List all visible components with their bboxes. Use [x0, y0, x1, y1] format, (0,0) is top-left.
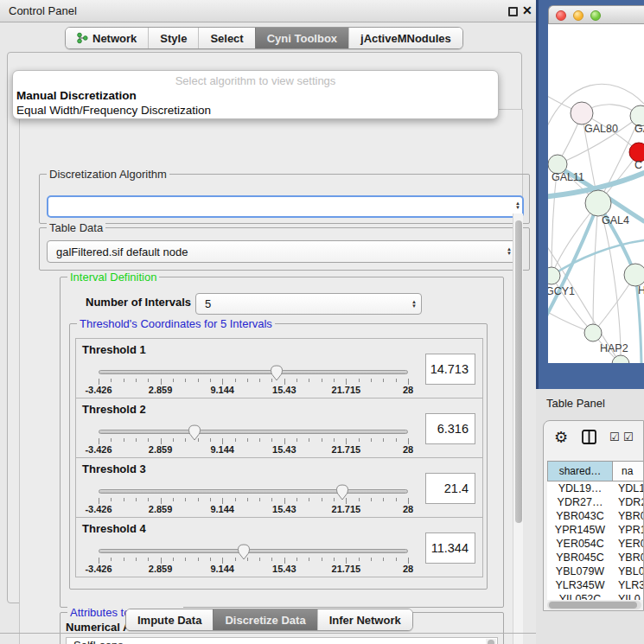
algorithm-option-equal-width[interactable]: Equal Width/Frequency Discretization [16, 104, 211, 117]
table-row[interactable]: YDL19…YDL1 [547, 481, 644, 495]
tab-cyni-toolbox[interactable]: Cyni Toolbox [255, 28, 348, 48]
checkbox-icon[interactable]: ☑ [609, 430, 620, 443]
tab-style[interactable]: Style [148, 28, 198, 48]
threshold-slider-track[interactable] [99, 489, 408, 494]
threshold-label: Threshold 3 [82, 462, 146, 475]
threshold-slider-track[interactable] [99, 370, 408, 374]
network-node-label: C [634, 159, 642, 171]
table-data-group: Table Data galFiltered.sif default node … [39, 227, 530, 271]
algorithm-combobox[interactable]: ▲▼ [47, 195, 524, 218]
table-row[interactable]: YBR045CYBR0 [547, 551, 644, 564]
table-panel: ⚙ ☑ ☑ shared… na YDL19…YDL1YDR27…YDR2YBR… [543, 420, 644, 611]
settings-scrollbar-thumb[interactable] [515, 220, 522, 523]
gear-icon[interactable]: ⚙ [554, 428, 568, 447]
top-tab-bar: NetworkStyleSelectCyni ToolboxjActiveMNo… [65, 27, 463, 49]
slider-tick-labels: -3.4262.8599.14415.4321.71528 [99, 564, 408, 574]
algorithm-dropdown-popup: Select algorithm to view settings Manual… [12, 70, 499, 119]
discretization-algorithm-title: Discretization Algorithm [47, 168, 169, 181]
threshold-slider-track[interactable] [99, 430, 408, 434]
table-panel-title: Table Panel [546, 397, 605, 410]
cell-shared-name: YBR043C [547, 509, 613, 523]
thresholds-group: Threshold's Coordinates for 5 Intervals … [69, 323, 488, 590]
network-node[interactable] [571, 102, 593, 124]
threshold-label: Threshold 1 [82, 343, 146, 356]
cell-shared-name: YDR27… [547, 495, 613, 509]
slider-tick-labels: -3.4262.8599.14415.4321.71528 [99, 444, 408, 455]
checkbox-icon[interactable]: ☑ [623, 430, 634, 443]
tab-label: Infer Network [329, 614, 401, 627]
threshold-slider-track[interactable] [99, 549, 408, 553]
algorithm-option-manual[interactable]: Manual Discretization [16, 89, 137, 102]
cell-shared-name: YER054C [547, 537, 613, 551]
cell-shared-name: YIL052C [547, 592, 613, 600]
threshold-value-field[interactable] [425, 413, 475, 444]
table-row[interactable]: YBR043CYBR0 [547, 509, 644, 523]
slider-tick-labels: -3.4262.8599.14415.4321.71528 [99, 385, 408, 395]
cell-name: YER0 [613, 537, 644, 551]
threshold-value-field[interactable] [425, 473, 475, 504]
table-data-combobox-value: galFiltered.sif default node [48, 245, 502, 258]
threshold-value-field[interactable] [425, 354, 475, 385]
minimize-traffic-light-icon[interactable] [573, 10, 583, 21]
network-node[interactable] [585, 190, 611, 216]
slider-ticks [99, 379, 408, 385]
cell-name: YLR3 [613, 578, 644, 592]
window-bottom-border [0, 633, 536, 634]
columns-icon[interactable] [582, 430, 596, 448]
table-row[interactable]: YIL052CYIL0 [547, 592, 644, 600]
column-header-shared-name[interactable]: shared… [547, 461, 613, 481]
threshold-value-field[interactable] [425, 532, 475, 564]
column-header-name[interactable]: na [613, 461, 644, 481]
tab-impute-data[interactable]: Impute Data [126, 609, 213, 630]
network-node-label: GCY1 [548, 285, 575, 297]
interval-definition-group: Interval Definition Number of Intervals … [60, 277, 504, 608]
number-of-intervals-combobox[interactable]: 5 ▲▼ [195, 293, 422, 315]
tab-label: Select [210, 32, 243, 45]
zoom-traffic-light-icon[interactable] [590, 10, 601, 21]
network-node-label: GAL4 [602, 214, 629, 226]
table-rows: YDL19…YDL1YDR27…YDR2YBR043CYBR0YPR145WYP… [547, 481, 644, 600]
network-node-label: GAL80 [584, 123, 618, 135]
table-data-combobox[interactable]: galFiltered.sif default node ▲▼ [47, 240, 517, 263]
tab-label: Impute Data [137, 614, 201, 627]
tab-discretize-data[interactable]: Discretize Data [213, 609, 316, 630]
table-horizontal-scrollbar[interactable] [547, 601, 641, 609]
discretization-algorithm-group: Discretization Algorithm ▲▼ [39, 174, 530, 224]
tab-label: Network [92, 32, 137, 45]
attribute-list-item[interactable]: SelfLoops [67, 638, 497, 644]
network-node[interactable] [612, 355, 629, 363]
network-node[interactable] [548, 267, 560, 284]
table-row[interactable]: YDR27…YDR2 [547, 495, 644, 509]
cell-name: YPR1 [613, 523, 644, 537]
numerical-attributes-list: SelfLoopsTopologicalCoefficientBetweenne… [66, 637, 498, 644]
network-edge [598, 203, 621, 363]
float-window-icon[interactable] [508, 7, 518, 16]
tab-network[interactable]: Network [66, 28, 148, 48]
network-node-label: H [638, 284, 644, 296]
number-of-intervals-label: Number of Intervals [86, 296, 191, 309]
tab-label: jActiveMNodules [360, 32, 451, 45]
table-row[interactable]: YER054CYER0 [547, 537, 644, 551]
attributes-list-scrollbar[interactable] [486, 639, 496, 644]
network-window-titlebar[interactable] [548, 5, 644, 24]
table-row[interactable]: YPR145WYPR1 [547, 523, 644, 537]
network-canvas[interactable]: GAL80GACGAL11GAL4GCY1HHAP2 [548, 24, 644, 363]
tab-jactivemnodules[interactable]: jActiveMNodules [348, 28, 462, 48]
settings-vertical-scrollbar[interactable] [513, 214, 523, 644]
tab-infer-network[interactable]: Infer Network [317, 609, 412, 630]
table-row[interactable]: YBL079WYBL0 [547, 564, 644, 578]
slider-ticks [99, 438, 408, 444]
cell-shared-name: YPR145W [547, 523, 613, 537]
slider-tick-labels: -3.4262.8599.14415.4321.71528 [99, 504, 408, 514]
table-row[interactable]: YLR345WYLR3 [547, 578, 644, 592]
threshold-row: Threshold 1-3.4262.8599.14415.4321.71528 [75, 338, 483, 399]
close-traffic-light-icon[interactable] [556, 10, 566, 21]
network-node[interactable] [584, 324, 602, 341]
tab-select[interactable]: Select [198, 28, 254, 48]
combo-spinner-icon: ▲▼ [407, 300, 421, 309]
bottom-tab-bar: Impute DataDiscretize DataInfer Network [125, 609, 413, 631]
slider-ticks [99, 558, 408, 564]
settings-outer-panel: Discretization Algorithm ▲▼ Table Data g… [7, 52, 522, 603]
network-node[interactable] [624, 264, 644, 286]
close-icon[interactable]: ✕ [522, 3, 532, 17]
